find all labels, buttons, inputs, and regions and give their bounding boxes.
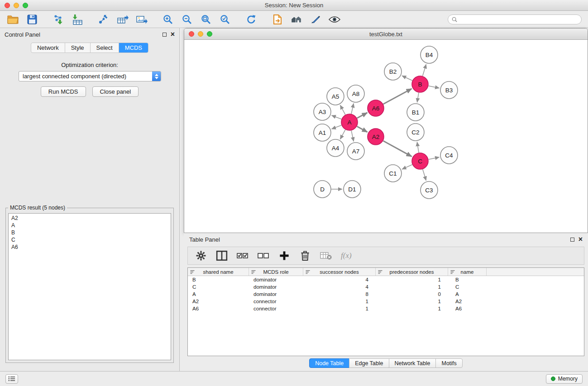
network-edge[interactable] <box>429 86 440 88</box>
show-graphics-details-icon[interactable] <box>328 13 341 26</box>
network-node-b2[interactable]: B2 <box>384 63 402 80</box>
first-neighbors-icon[interactable] <box>271 13 284 26</box>
run-mcds-button[interactable]: Run MCDS <box>41 86 86 97</box>
export-table-icon[interactable] <box>116 13 129 26</box>
mcds-result-item[interactable]: B <box>9 229 171 236</box>
network-edge[interactable] <box>429 157 440 159</box>
network-node-a[interactable]: A <box>341 114 358 130</box>
network-node-a8[interactable]: A8 <box>347 85 364 102</box>
mcds-result-item[interactable]: A6 <box>9 243 171 251</box>
zoom-selected-icon[interactable] <box>218 13 232 26</box>
network-node-c4[interactable]: C4 <box>440 147 458 164</box>
add-row-icon[interactable] <box>278 250 290 262</box>
network-node-a5[interactable]: A5 <box>327 88 344 105</box>
network-zoom-button[interactable] <box>207 31 212 37</box>
network-edge[interactable] <box>351 131 354 142</box>
network-node-c1[interactable]: C1 <box>384 165 402 182</box>
network-node-d1[interactable]: D1 <box>344 181 361 198</box>
select-all-icon[interactable] <box>237 250 249 262</box>
style-brush-icon[interactable] <box>309 13 322 26</box>
column-header-predecessor-nodes[interactable]: predecessor nodes <box>376 268 448 276</box>
network-close-button[interactable] <box>189 31 194 37</box>
network-edge[interactable] <box>332 115 342 119</box>
memory-button[interactable]: Memory <box>546 374 583 384</box>
float-panel-icon[interactable] <box>163 33 167 37</box>
table-float-panel-icon[interactable] <box>570 238 574 242</box>
delete-row-icon[interactable] <box>299 250 311 262</box>
network-node-d[interactable]: D <box>314 181 331 198</box>
network-node-b1[interactable]: B1 <box>407 104 424 121</box>
mcds-result-item[interactable]: A <box>9 222 171 229</box>
network-edge[interactable] <box>417 93 419 103</box>
tab-edge-table[interactable]: Edge Table <box>349 358 389 368</box>
network-node-b4[interactable]: B4 <box>421 46 438 63</box>
network-node-a2[interactable]: A2 <box>368 129 384 145</box>
mcds-result-item[interactable]: C <box>9 236 171 243</box>
tab-style[interactable]: Style <box>65 43 90 52</box>
dropdown-stepper-icon[interactable] <box>152 71 161 81</box>
mcds-result-item[interactable]: A2 <box>9 214 171 222</box>
network-minimize-button[interactable] <box>198 31 203 37</box>
tab-mcds[interactable]: MCDS <box>119 43 148 52</box>
table-row[interactable]: A2connector11A2 <box>188 298 584 305</box>
network-node-a1[interactable]: A1 <box>314 124 331 141</box>
table-row[interactable]: Bdominator41B <box>188 276 584 283</box>
network-node-c3[interactable]: C3 <box>421 181 438 199</box>
network-node-b3[interactable]: B3 <box>440 81 458 99</box>
tab-network-table[interactable]: Network Table <box>389 358 436 368</box>
zoom-window-button[interactable] <box>23 3 28 8</box>
network-node-b[interactable]: B <box>412 76 428 92</box>
function-builder-icon[interactable]: f(x) <box>341 251 352 260</box>
zoom-in-icon[interactable] <box>161 13 175 26</box>
network-edge[interactable] <box>417 142 419 153</box>
export-image-icon[interactable] <box>135 13 148 26</box>
close-panel-icon[interactable]: × <box>171 32 175 37</box>
refresh-layout-icon[interactable] <box>244 13 258 26</box>
zoom-out-icon[interactable] <box>180 13 194 26</box>
network-edge[interactable] <box>340 105 345 114</box>
network-edge[interactable] <box>357 113 368 118</box>
tab-motifs[interactable]: Motifs <box>435 358 462 368</box>
network-node-c2[interactable]: C2 <box>407 124 424 141</box>
network-node-a7[interactable]: A7 <box>347 143 364 160</box>
network-edge[interactable] <box>402 165 412 169</box>
network-canvas[interactable]: B4B2BB3A5A8A6B1A3AC2A1A2A4A7C4CC1C3DD1 <box>184 40 588 233</box>
import-table-icon[interactable] <box>71 13 84 26</box>
optimization-criterion-dropdown[interactable]: largest connected component (directed) <box>19 71 161 81</box>
network-node-a4[interactable]: A4 <box>327 139 344 157</box>
settings-gear-icon[interactable] <box>195 250 207 262</box>
column-header-shared-name[interactable]: shared name <box>188 268 249 276</box>
table-row[interactable]: Adominator80A <box>188 291 584 298</box>
tab-node-table[interactable]: Node Table <box>309 358 349 368</box>
network-edge[interactable] <box>423 64 426 76</box>
column-header-name[interactable]: name <box>448 268 487 276</box>
save-session-icon[interactable] <box>25 13 39 26</box>
import-network-icon[interactable] <box>52 13 65 26</box>
zoom-fit-icon[interactable] <box>199 13 213 26</box>
search-field[interactable] <box>448 14 582 24</box>
search-input[interactable] <box>459 16 578 23</box>
unselect-all-icon[interactable] <box>258 250 269 262</box>
network-edge[interactable] <box>423 169 426 181</box>
close-window-button[interactable] <box>5 3 10 8</box>
delete-table-icon[interactable] <box>320 250 332 262</box>
network-node-a3[interactable]: A3 <box>314 103 331 120</box>
table-row[interactable]: A6connector11A6 <box>188 305 584 312</box>
show-hide-panels-icon[interactable] <box>290 13 303 26</box>
close-panel-button[interactable]: Close panel <box>92 86 139 97</box>
export-network-icon[interactable] <box>97 13 110 26</box>
task-history-icon[interactable] <box>5 374 18 384</box>
network-node-c[interactable]: C <box>412 153 428 169</box>
network-edge[interactable] <box>332 125 342 129</box>
network-edge[interactable] <box>383 141 412 157</box>
open-file-icon[interactable] <box>6 13 20 26</box>
minimize-window-button[interactable] <box>14 3 19 8</box>
mcds-result-list[interactable]: A2ABCA6 <box>8 213 171 360</box>
network-edge[interactable] <box>340 130 345 139</box>
tab-select[interactable]: Select <box>90 43 119 52</box>
table-close-panel-icon[interactable]: × <box>578 237 583 242</box>
network-edge[interactable] <box>383 89 412 104</box>
table-row[interactable]: Cdominator41C <box>188 283 584 291</box>
column-header-successor-nodes[interactable]: successor nodes <box>303 268 376 276</box>
column-layout-icon[interactable] <box>216 250 228 262</box>
